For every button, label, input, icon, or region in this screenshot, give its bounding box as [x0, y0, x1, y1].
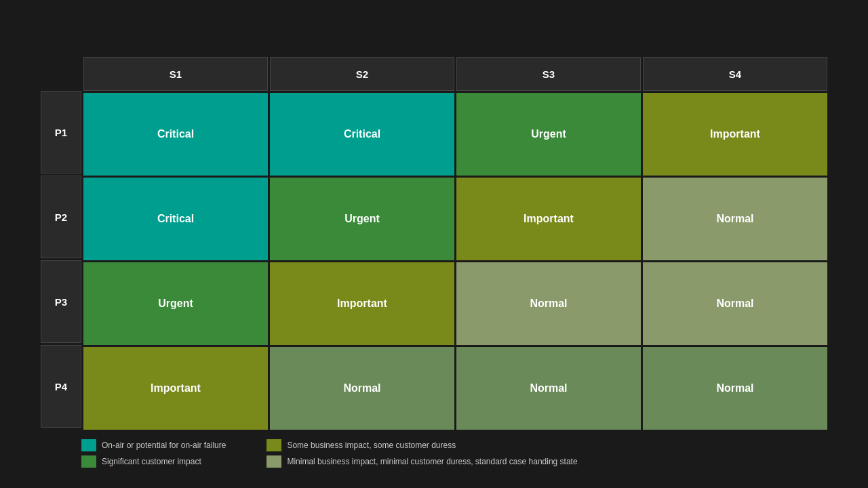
legend-swatch: [81, 455, 96, 468]
legend-col-2: Some business impact, some customer dure…: [267, 439, 577, 468]
col-header-s3: S3: [456, 57, 641, 91]
legend-text: On-air or potential for on-air failure: [102, 441, 226, 450]
col-headers: S1S2S3S4: [83, 57, 827, 91]
row-header-p1: P1: [41, 91, 81, 174]
legend-text: Significant customer impact: [102, 457, 201, 466]
cell-p2-s1: Critical: [83, 178, 268, 260]
legend-item: Some business impact, some customer dure…: [267, 439, 577, 451]
cell-p3-s2: Important: [270, 262, 454, 345]
slide: P1P2P3P4 S1S2S3S4 CriticalCriticalUrgent…: [0, 0, 868, 488]
cell-p2-s2: Urgent: [270, 178, 454, 260]
legend-item: On-air or potential for on-air failure: [81, 439, 226, 451]
col-header-s1: S1: [83, 57, 268, 91]
matrix-row-p1: CriticalCriticalUrgentImportant: [83, 93, 827, 176]
col-header-s4: S4: [643, 57, 827, 91]
cell-p4-s1: Important: [83, 347, 268, 430]
cell-p1-s2: Critical: [270, 93, 454, 176]
legend-item: Significant customer impact: [81, 455, 226, 468]
cell-p1-s4: Important: [643, 93, 827, 176]
matrix-row-p3: UrgentImportantNormalNormal: [83, 262, 827, 345]
legend-swatch: [267, 455, 281, 468]
legend-swatch: [267, 439, 281, 451]
cell-p4-s4: Normal: [643, 347, 827, 430]
matrix-right: S1S2S3S4 CriticalCriticalUrgentImportant…: [81, 57, 827, 430]
matrix-rows: CriticalCriticalUrgentImportantCriticalU…: [83, 93, 827, 430]
cell-p2-s4: Normal: [643, 178, 827, 260]
cell-p1-s1: Critical: [83, 93, 268, 176]
matrix-row-p2: CriticalUrgentImportantNormal: [83, 178, 827, 260]
legend-swatch: [81, 439, 96, 451]
row-header-p4: P4: [41, 345, 81, 428]
cell-p3-s4: Normal: [643, 262, 827, 345]
cell-p3-s1: Urgent: [83, 262, 268, 345]
cell-p1-s3: Urgent: [456, 93, 641, 176]
legend-item: Minimal business impact, minimal custome…: [267, 455, 577, 468]
cell-p4-s2: Normal: [270, 347, 454, 430]
legend-text: Some business impact, some customer dure…: [287, 441, 456, 450]
cell-p4-s3: Normal: [456, 347, 641, 430]
cell-p3-s3: Normal: [456, 262, 641, 345]
cell-p2-s3: Important: [456, 178, 641, 260]
legend-text: Minimal business impact, minimal custome…: [287, 457, 577, 466]
matrix-wrapper: P1P2P3P4 S1S2S3S4 CriticalCriticalUrgent…: [41, 57, 827, 430]
legend-col-1: On-air or potential for on-air failureSi…: [81, 439, 226, 468]
row-headers: P1P2P3P4: [41, 91, 81, 430]
legend: On-air or potential for on-air failureSi…: [41, 439, 827, 468]
col-header-s2: S2: [270, 57, 454, 91]
row-header-p3: P3: [41, 260, 81, 343]
row-header-p2: P2: [41, 176, 81, 258]
matrix-row-p4: ImportantNormalNormalNormal: [83, 347, 827, 430]
